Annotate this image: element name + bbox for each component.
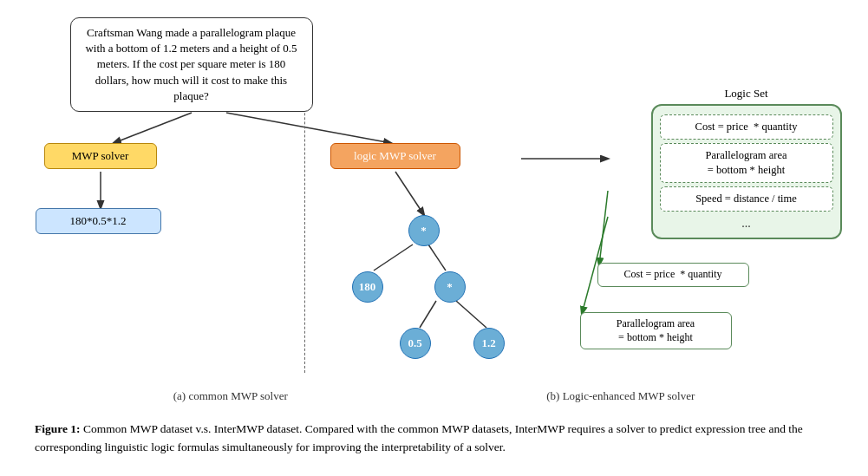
- caption-text: Common MWP dataset v.s. InterMWP dataset…: [35, 422, 803, 453]
- svg-line-0: [114, 113, 192, 143]
- result-label: 180*0.5*1.2: [70, 214, 127, 227]
- logic-set-label: Logic Set: [651, 87, 842, 101]
- svg-line-3: [395, 172, 424, 215]
- diagram-area: Craftsman Wang made a parallelogram plaq…: [27, 17, 842, 416]
- svg-line-7: [456, 301, 486, 328]
- mwp-solver-box: MWP solver: [44, 143, 157, 169]
- logic-item-1: Cost = price * quantity: [660, 114, 833, 140]
- main-container: Craftsman Wang made a parallelogram plaq…: [0, 0, 868, 470]
- svg-line-4: [374, 245, 413, 271]
- logic-set-container: Logic Set Cost = price * quantity Parall…: [651, 87, 842, 239]
- diagram-labels: (a) common MWP solver (b) Logic-enhanced…: [27, 389, 842, 403]
- node-star2-label: *: [447, 280, 453, 294]
- logic-set-box: Cost = price * quantity Parallelogram ar…: [651, 104, 842, 239]
- logic-mwp-solver-box: logic MWP solver: [330, 143, 460, 169]
- mwp-solver-label: MWP solver: [72, 149, 129, 162]
- node-12: 1.2: [473, 328, 505, 359]
- para-mini-box: Parallelogram area= bottom * height: [580, 312, 732, 349]
- problem-text: Craftsman Wang made a parallelogram plaq…: [85, 26, 297, 102]
- svg-line-9: [599, 191, 608, 265]
- node-12-label: 1.2: [481, 336, 495, 350]
- separator-line: [304, 69, 305, 373]
- label-common: (a) common MWP solver: [173, 389, 288, 403]
- node-180: 180: [352, 271, 383, 303]
- result-box: 180*0.5*1.2: [36, 208, 161, 234]
- logic-item-2: Parallelogram area= bottom * height: [660, 143, 833, 183]
- node-star1-label: *: [421, 224, 427, 238]
- logic-mwp-solver-label: logic MWP solver: [354, 149, 436, 162]
- node-star2: *: [434, 271, 466, 303]
- svg-line-5: [428, 245, 446, 271]
- cost-mini-box: Cost = price * quantity: [597, 263, 749, 287]
- node-05-label: 0.5: [408, 336, 421, 350]
- logic-item-3: Speed = distance / time: [660, 186, 833, 212]
- node-star1: *: [408, 215, 440, 246]
- node-05: 0.5: [400, 328, 431, 359]
- label-logic: (b) Logic-enhanced MWP solver: [546, 389, 695, 403]
- problem-box: Craftsman Wang made a parallelogram plaq…: [70, 17, 313, 112]
- svg-line-6: [420, 301, 436, 328]
- figure-caption: Figure 1: Common MWP dataset v.s. InterM…: [26, 421, 842, 457]
- node-180-label: 180: [359, 280, 376, 294]
- figure-number: Figure 1:: [35, 422, 81, 435]
- logic-ellipsis: ...: [660, 215, 833, 232]
- svg-line-1: [226, 113, 391, 143]
